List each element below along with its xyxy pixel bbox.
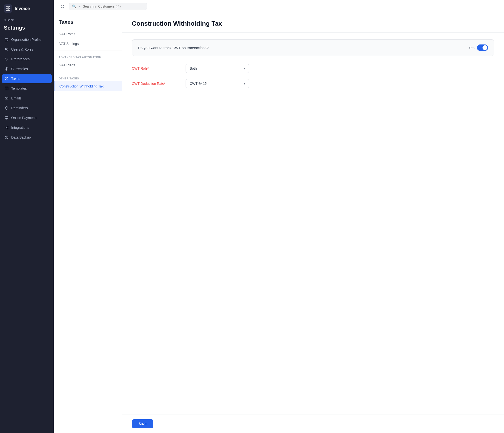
sidebar-nav: Organization Profile Users & Roles Prefe… <box>0 35 54 142</box>
middle-nav-construction-withholding-tax[interactable]: Construction Withholding Tax <box>54 81 122 91</box>
cwt-deduction-row: CWT Deduction Rate* CWT @ 15 CWT @ 10 CW… <box>132 79 494 88</box>
right-panel-title: Construction Withholding Tax <box>132 20 494 27</box>
sidebar-item-label: Data Backup <box>11 135 31 139</box>
sidebar-item-label: Emails <box>11 96 21 100</box>
backup-icon <box>4 135 9 140</box>
sidebar-item-label: Preferences <box>11 57 30 61</box>
sidebar-item-data-backup[interactable]: Data Backup <box>2 133 52 142</box>
right-panel-body: Do you want to track CWT on transactions… <box>122 32 504 414</box>
sidebar-item-preferences[interactable]: Preferences <box>2 54 52 64</box>
svg-rect-14 <box>5 117 8 119</box>
middle-nav-vat-settings[interactable]: VAT Settings <box>54 39 122 49</box>
svg-rect-1 <box>8 7 10 8</box>
sliders-icon <box>4 57 9 61</box>
svg-point-15 <box>5 127 6 128</box>
cwt-deduction-select-wrapper: CWT @ 15 CWT @ 10 CWT @ 5 CWT @ 2 CWT @ … <box>186 79 249 88</box>
search-dropdown-icon[interactable]: ▼ <box>78 5 81 8</box>
search-bar[interactable]: 🔍 ▼ <box>69 3 147 10</box>
middle-panel: Taxes VAT Rates VAT Settings ADVANCED TA… <box>54 13 122 433</box>
save-button[interactable]: Save <box>132 419 153 428</box>
middle-panel-title: Taxes <box>54 13 122 29</box>
sidebar-section-title: Settings <box>0 24 54 35</box>
sidebar-item-organization-profile[interactable]: Organization Profile <box>2 35 52 44</box>
middle-section-label-advanced: ADVANCED TAX AUTOMATION <box>54 53 122 60</box>
main-wrapper: 🔍 ▼ Taxes VAT Rates VAT Settings ADVANCE… <box>54 0 504 433</box>
cwt-role-row: CWT Role* Both Withholding Agent Income … <box>132 64 494 73</box>
svg-point-5 <box>6 48 7 49</box>
sidebar-item-currencies[interactable]: Currencies <box>2 64 52 74</box>
sidebar-item-label: Organization Profile <box>11 38 41 42</box>
sidebar-item-label: Online Payments <box>11 116 37 120</box>
svg-point-6 <box>7 48 8 49</box>
sidebar-item-label: Templates <box>11 87 27 90</box>
sidebar-item-label: Taxes <box>11 77 20 81</box>
cwt-track-question: Do you want to track CWT on transactions… <box>138 46 209 50</box>
sidebar-item-users-roles[interactable]: Users & Roles <box>2 45 52 54</box>
middle-nav-vat-rates[interactable]: VAT Rates <box>54 29 122 39</box>
sidebar-item-emails[interactable]: Emails <box>2 94 52 103</box>
sidebar-item-templates[interactable]: Templates <box>2 84 52 93</box>
svg-point-16 <box>7 126 8 127</box>
search-icon: 🔍 <box>72 4 76 8</box>
content-area: Taxes VAT Rates VAT Settings ADVANCED TA… <box>54 13 504 433</box>
dollar-icon <box>4 67 9 71</box>
monitor-icon <box>4 116 9 120</box>
email-icon <box>4 96 9 100</box>
svg-point-17 <box>7 128 8 129</box>
cwt-deduction-select[interactable]: CWT @ 15 CWT @ 10 CWT @ 5 CWT @ 2 CWT @ … <box>186 79 249 88</box>
svg-rect-13 <box>5 97 8 99</box>
middle-section-label-other: OTHER TAXES <box>54 74 122 81</box>
app-name: Invoice <box>15 6 30 11</box>
sidebar-item-reminders[interactable]: Reminders <box>2 103 52 113</box>
svg-rect-3 <box>8 9 10 11</box>
sidebar-item-integrations[interactable]: Integrations <box>2 123 52 132</box>
refresh-button[interactable] <box>59 2 66 10</box>
integrations-icon <box>4 125 9 130</box>
right-panel-footer: Save <box>122 414 504 433</box>
template-icon <box>4 86 9 91</box>
sidebar-item-label: Reminders <box>11 106 28 110</box>
search-input[interactable] <box>83 4 144 8</box>
cwt-track-answer: Yes <box>469 46 474 50</box>
cwt-track-toggle[interactable] <box>477 44 488 51</box>
sidebar-item-taxes[interactable]: Taxes <box>2 74 52 83</box>
right-panel: Construction Withholding Tax Do you want… <box>122 13 504 433</box>
sidebar-item-label: Integrations <box>11 126 29 130</box>
back-button[interactable]: < Back <box>0 17 54 24</box>
right-panel-header: Construction Withholding Tax <box>122 13 504 32</box>
toggle-knob <box>483 45 487 50</box>
cwt-track-right: Yes <box>469 44 488 51</box>
svg-rect-4 <box>5 39 8 41</box>
sidebar-item-online-payments[interactable]: Online Payments <box>2 113 52 122</box>
middle-nav-vat-rules[interactable]: VAT Rules <box>54 60 122 70</box>
svg-rect-0 <box>6 7 8 8</box>
sidebar: Invoice < Back Settings Organization Pro… <box>0 0 54 433</box>
cwt-role-select[interactable]: Both Withholding Agent Income Recipient <box>186 64 249 73</box>
app-logo: Invoice <box>0 0 54 17</box>
logo-icon <box>4 4 12 13</box>
svg-point-8 <box>7 59 8 60</box>
bell-icon <box>4 106 9 110</box>
taxes-icon <box>4 76 9 81</box>
topbar: 🔍 ▼ <box>54 0 504 13</box>
building-icon <box>4 37 9 42</box>
cwt-track-box: Do you want to track CWT on transactions… <box>132 39 494 56</box>
sidebar-item-label: Users & Roles <box>11 47 33 51</box>
cwt-role-label: CWT Role* <box>132 66 181 70</box>
svg-point-9 <box>6 60 7 61</box>
sidebar-item-label: Currencies <box>11 67 28 71</box>
svg-rect-12 <box>5 87 8 90</box>
cwt-role-select-wrapper: Both Withholding Agent Income Recipient … <box>186 64 249 73</box>
cwt-deduction-label: CWT Deduction Rate* <box>132 82 181 86</box>
svg-point-7 <box>6 58 6 59</box>
divider-1 <box>54 51 122 51</box>
users-icon <box>4 47 9 52</box>
svg-rect-2 <box>6 9 8 11</box>
divider-2 <box>54 72 122 72</box>
